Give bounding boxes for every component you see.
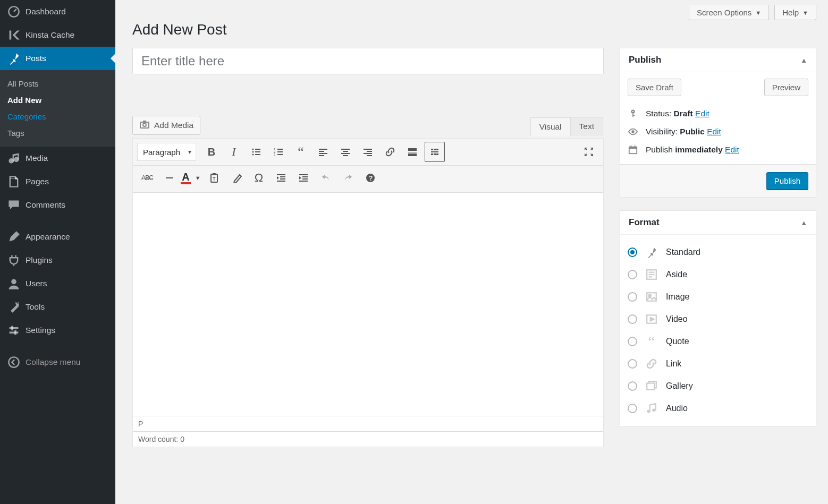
bold-button[interactable]: B xyxy=(201,142,222,162)
users-icon xyxy=(7,277,20,290)
edit-schedule-link[interactable]: Edit xyxy=(725,145,739,154)
format-option-gallery[interactable]: Gallery xyxy=(628,375,808,397)
read-more-button[interactable] xyxy=(402,142,423,162)
help-button[interactable]: Help ▼ xyxy=(774,5,816,20)
svg-rect-26 xyxy=(319,153,327,154)
edit-visibility-link[interactable]: Edit xyxy=(707,127,721,136)
sidebar-item-label: Users xyxy=(26,279,47,288)
align-right-button[interactable] xyxy=(358,142,378,162)
edit-status-link[interactable]: Edit xyxy=(695,109,709,118)
publish-button[interactable]: Publish xyxy=(766,172,808,190)
svg-rect-16 xyxy=(255,151,260,152)
screen-options-button[interactable]: Screen Options ▼ xyxy=(689,5,769,20)
sidebar-collapse[interactable]: Collapse menu xyxy=(0,351,115,374)
format-option-audio[interactable]: Audio xyxy=(628,397,808,420)
dashboard-icon xyxy=(7,5,20,18)
svg-rect-56 xyxy=(302,178,308,180)
format-option-video[interactable]: Video xyxy=(628,308,808,330)
format-option-link[interactable]: Link xyxy=(628,353,808,375)
post-title-input[interactable] xyxy=(132,48,604,74)
editor-toolbar-row2: ABC A▼ T Ω ? xyxy=(133,166,603,193)
italic-button[interactable]: I xyxy=(224,142,244,162)
sidebar-item-settings[interactable]: Settings xyxy=(0,319,115,342)
special-char-button[interactable]: Ω xyxy=(249,168,269,188)
publish-box-header[interactable]: Publish ▲ xyxy=(620,48,816,72)
radio-input[interactable] xyxy=(628,404,637,413)
svg-rect-41 xyxy=(436,149,438,150)
sidebar-item-kinsta-cache[interactable]: Kinsta Cache xyxy=(0,23,115,47)
sidebar-sub-add-new[interactable]: Add New xyxy=(0,92,115,108)
sidebar-sub-tags[interactable]: Tags xyxy=(0,125,115,141)
sidebar-sub-categories[interactable]: Categories xyxy=(0,108,115,125)
radio-input[interactable] xyxy=(628,292,637,302)
radio-input[interactable] xyxy=(628,314,637,324)
svg-rect-44 xyxy=(434,153,436,155)
aside-icon xyxy=(645,268,658,281)
align-center-button[interactable] xyxy=(335,142,356,162)
comments-icon xyxy=(7,199,20,211)
top-tabs: Screen Options ▼ Help ▼ xyxy=(132,5,816,20)
radio-input[interactable] xyxy=(628,337,637,346)
tab-text[interactable]: Text xyxy=(570,117,603,136)
outdent-button[interactable] xyxy=(271,168,291,188)
kinsta-icon xyxy=(7,29,20,41)
toolbar-toggle-button[interactable] xyxy=(425,142,445,162)
text-color-button[interactable]: A▼ xyxy=(182,168,202,188)
blockquote-button[interactable]: “ xyxy=(291,142,311,162)
status-row: Status: Draft Edit xyxy=(628,105,808,123)
link-button[interactable] xyxy=(380,142,400,162)
sidebar-item-label: Media xyxy=(26,153,48,163)
word-count: Word count: 0 xyxy=(133,431,603,447)
format-option-image[interactable]: Image xyxy=(628,286,808,308)
preview-button[interactable]: Preview xyxy=(764,79,808,96)
indent-button[interactable] xyxy=(293,168,314,188)
svg-rect-34 xyxy=(364,153,372,154)
sidebar-item-dashboard[interactable]: Dashboard xyxy=(0,0,115,23)
sidebar-item-media[interactable]: Media xyxy=(0,147,115,170)
bullet-list-button[interactable] xyxy=(246,142,266,162)
format-select[interactable]: Paragraph xyxy=(137,143,196,161)
clear-format-button[interactable] xyxy=(226,168,247,188)
sidebar-item-appearance[interactable]: Appearance xyxy=(0,225,115,249)
save-draft-button[interactable]: Save Draft xyxy=(628,79,681,96)
pages-icon xyxy=(7,175,20,188)
fullscreen-button[interactable] xyxy=(579,142,599,162)
paste-text-button[interactable]: T xyxy=(204,168,224,188)
sidebar-item-comments[interactable]: Comments xyxy=(0,193,115,217)
sidebar-item-posts[interactable]: Posts xyxy=(0,47,115,70)
format-option-standard[interactable]: Standard xyxy=(628,241,808,263)
camera-icon xyxy=(139,119,150,132)
radio-input[interactable] xyxy=(628,359,637,369)
svg-rect-61 xyxy=(632,113,633,117)
calendar-icon xyxy=(628,145,638,155)
chevron-down-icon: ▼ xyxy=(755,10,761,16)
redo-button[interactable] xyxy=(338,168,358,188)
sidebar-item-label: Kinsta Cache xyxy=(26,30,74,40)
radio-input[interactable] xyxy=(628,270,637,279)
radio-input[interactable] xyxy=(628,247,637,257)
format-option-quote[interactable]: “ Quote xyxy=(628,330,808,353)
sidebar-item-tools[interactable]: Tools xyxy=(0,295,115,319)
align-left-button[interactable] xyxy=(313,142,333,162)
svg-rect-62 xyxy=(632,115,635,116)
publish-title: Publish xyxy=(629,55,661,65)
svg-rect-17 xyxy=(255,154,260,155)
editor-canvas[interactable] xyxy=(133,193,603,416)
help-button-toolbar[interactable]: ? xyxy=(360,168,381,188)
hr-button[interactable] xyxy=(159,168,180,188)
svg-rect-37 xyxy=(408,152,417,152)
chevron-down-icon: ▼ xyxy=(193,173,203,183)
format-label: Aside xyxy=(666,270,687,279)
add-media-button[interactable]: Add Media xyxy=(132,116,200,135)
format-option-aside[interactable]: Aside xyxy=(628,263,808,286)
format-box-header[interactable]: Format ▲ xyxy=(620,211,816,235)
tab-visual[interactable]: Visual xyxy=(530,117,571,136)
radio-input[interactable] xyxy=(628,381,637,391)
sidebar-sub-all-posts[interactable]: All Posts xyxy=(0,75,115,92)
undo-button[interactable] xyxy=(316,168,336,188)
sidebar-item-pages[interactable]: Pages xyxy=(0,170,115,193)
sidebar-item-plugins[interactable]: Plugins xyxy=(0,249,115,272)
sidebar-item-users[interactable]: Users xyxy=(0,272,115,295)
strikethrough-button[interactable]: ABC xyxy=(137,168,157,188)
number-list-button[interactable]: 123 xyxy=(268,142,289,162)
